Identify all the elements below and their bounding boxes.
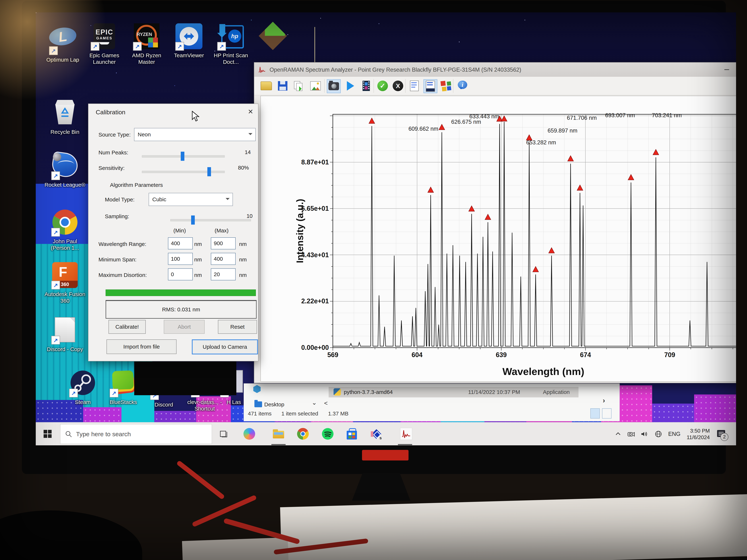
accept-icon[interactable]: ✓ xyxy=(376,79,389,92)
recycle-bin-icon xyxy=(51,100,79,127)
wavelength-range-max-input[interactable]: 900 xyxy=(211,237,236,249)
desktop-icon-epic-games-launcher[interactable]: EPICGAMES↗ Epic Games Launcher xyxy=(83,23,126,65)
search-input[interactable]: Type here to search xyxy=(60,424,212,444)
openraman-app-icon xyxy=(258,65,266,74)
start-button[interactable] xyxy=(40,426,56,442)
taskbar-chrome-button[interactable] xyxy=(295,426,311,442)
reset-button[interactable]: Reset xyxy=(218,320,257,334)
spectrum-chart: 609.662 nm626.675 nm633.443 nm653.282 nm… xyxy=(292,104,736,380)
camera-tray-icon[interactable] xyxy=(627,431,635,437)
open-file-icon[interactable] xyxy=(260,79,273,92)
tray-expand-icon[interactable] xyxy=(615,431,621,437)
notification-center-button[interactable]: 2 xyxy=(716,429,726,439)
source-type-dropdown[interactable]: Neon xyxy=(134,128,256,141)
desktop-icon-minecraft[interactable] xyxy=(251,23,294,55)
camera-acquire-icon[interactable] xyxy=(327,79,341,93)
taskbar-openraman-button[interactable] xyxy=(398,426,414,442)
desktop-icon-rocket-league[interactable]: ↗ Rocket League® xyxy=(44,153,86,188)
wavelength-range-min-input[interactable]: 400 xyxy=(168,237,193,249)
num-peaks-slider-thumb[interactable] xyxy=(181,152,184,161)
copilot-button[interactable] xyxy=(241,426,258,442)
amd-ryzen-master-icon: RYZEN↗ xyxy=(133,23,160,51)
wallpaper-light-pole xyxy=(314,27,315,63)
save-icon[interactable] xyxy=(276,79,289,92)
svg-text:674: 674 xyxy=(580,351,591,358)
histogram-icon[interactable] xyxy=(439,79,453,92)
calibration-progress-bar xyxy=(106,290,256,296)
chevron-down-icon[interactable]: ⌄ xyxy=(312,399,317,406)
shortcut-arrow-icon: ↗ xyxy=(51,281,60,290)
tray-time: 3:50 PM xyxy=(687,427,710,434)
maximize-button[interactable] xyxy=(735,65,736,75)
desktop-icon-label: Recycle Bin xyxy=(44,129,86,135)
language-indicator[interactable]: ENG xyxy=(668,431,680,437)
desktop-icon-chrome-john-paul[interactable]: ↗ John Paul (Person 1... xyxy=(44,209,86,251)
desktop-icon-hp-print-scan[interactable]: hp↗ HP Print Scan Doct... xyxy=(209,23,252,65)
sampling-slider[interactable] xyxy=(170,219,251,221)
blacked-out-region xyxy=(134,362,236,395)
desktop-icon-teamviewer[interactable]: ↗ TeamViewer xyxy=(168,23,210,59)
desk-shelf xyxy=(280,494,747,560)
unit-label: nm xyxy=(194,257,202,263)
sensitivity-slider[interactable] xyxy=(142,171,225,173)
export-icon[interactable] xyxy=(292,79,305,92)
close-icon[interactable]: ✕ xyxy=(248,108,253,115)
unit-label: nm xyxy=(194,241,202,247)
sampling-slider-thumb[interactable] xyxy=(191,215,195,224)
minimize-button[interactable] xyxy=(721,65,733,75)
maximum-disortion-min-input[interactable]: 0 xyxy=(168,268,193,281)
device-settings-icon[interactable] xyxy=(423,79,437,93)
unit-label: nm xyxy=(239,241,247,247)
desktop-icon-optimum-lap[interactable]: L↗ Optimum Lap xyxy=(41,23,84,63)
sensitivity-slider-thumb[interactable] xyxy=(207,167,211,176)
desktop-icon-label: Epic Games Launcher xyxy=(83,52,126,65)
desktop-icon-steam[interactable]: ↗ Steam xyxy=(61,370,104,405)
export-image-icon[interactable] xyxy=(309,79,322,92)
unit-label: nm xyxy=(194,272,202,278)
desktop-icon-autodesk-fusion-360[interactable]: F360↗ Autodesk Fusion 360 xyxy=(44,262,86,304)
video-icon[interactable] xyxy=(360,79,373,92)
svg-text:626.675 nm: 626.675 nm xyxy=(451,119,481,125)
details-view-icon[interactable] xyxy=(590,408,600,419)
num-peaks-label: Num Peaks: xyxy=(99,150,128,156)
model-type-dropdown[interactable]: Cubic xyxy=(149,193,233,206)
play-icon[interactable] xyxy=(344,79,357,92)
clock[interactable]: 3:50 PM 11/6/2024 xyxy=(687,427,710,441)
taskbar-s-diamond-app-button[interactable]: s xyxy=(368,426,384,442)
svg-text:609.662 nm: 609.662 nm xyxy=(409,126,438,132)
thumbnail-view-icon[interactable] xyxy=(602,408,612,419)
chevron-down-icon xyxy=(249,133,252,137)
minimum-span-min-input[interactable]: 100 xyxy=(168,253,193,265)
svg-text:2.22e+01: 2.22e+01 xyxy=(301,297,329,305)
desktop-icon-recycle-bin[interactable]: Recycle Bin xyxy=(44,100,86,135)
minimum-span-max-input[interactable]: 400 xyxy=(211,253,236,265)
calibrate-button[interactable]: Calibrate! xyxy=(108,320,146,334)
algorithm-parameters-label: Algorithm Parameters xyxy=(110,182,163,188)
tree-item-desktop[interactable]: Desktop xyxy=(264,401,284,408)
acquisition-log-icon[interactable] xyxy=(408,79,421,92)
file-name[interactable]: python-3.7.3-amd64 xyxy=(344,389,393,395)
info-icon[interactable]: i xyxy=(456,79,469,92)
network-globe-icon[interactable] xyxy=(655,430,662,438)
maximum-disortion-max-input[interactable]: 20 xyxy=(211,268,236,281)
rocket-league-icon: ↗ xyxy=(51,153,79,180)
abort-button[interactable]: Abort xyxy=(164,320,205,334)
sampling-label: Sampling: xyxy=(105,213,129,219)
title-bar[interactable]: OpenRAMAN Spectrum Analyzer - Point Grey… xyxy=(254,62,736,77)
taskbar-spotify-button[interactable] xyxy=(319,426,336,442)
taskbar: Type here to search s ENG 3:50 PM 11/6/2… xyxy=(36,422,736,445)
volume-icon[interactable] xyxy=(641,431,648,437)
desktop-icon-amd-ryzen-master[interactable]: RYZEN↗ AMD Ryzen Master xyxy=(125,23,168,65)
chevron-right-icon[interactable]: › xyxy=(603,397,605,404)
upload-to-camera-button[interactable]: Upload to Camera xyxy=(192,340,258,354)
cancel-icon[interactable]: X xyxy=(391,79,405,92)
desktop-icon-discord-copy[interactable]: ↗ Discord - Copy xyxy=(44,317,86,352)
taskbar-file-explorer-button[interactable] xyxy=(270,426,287,442)
source-type-value: Neon xyxy=(138,131,151,138)
system-tray: ENG 3:50 PM 11/6/2024 2 xyxy=(615,422,726,445)
import-from-file-button[interactable]: Import from file xyxy=(106,340,177,354)
chevron-left-icon[interactable]: < xyxy=(324,400,328,407)
task-view-button[interactable] xyxy=(215,426,232,442)
window-title: OpenRAMAN Spectrum Analyzer - Point Grey… xyxy=(269,66,521,73)
taskbar-microsoft-store-button[interactable] xyxy=(343,426,360,442)
